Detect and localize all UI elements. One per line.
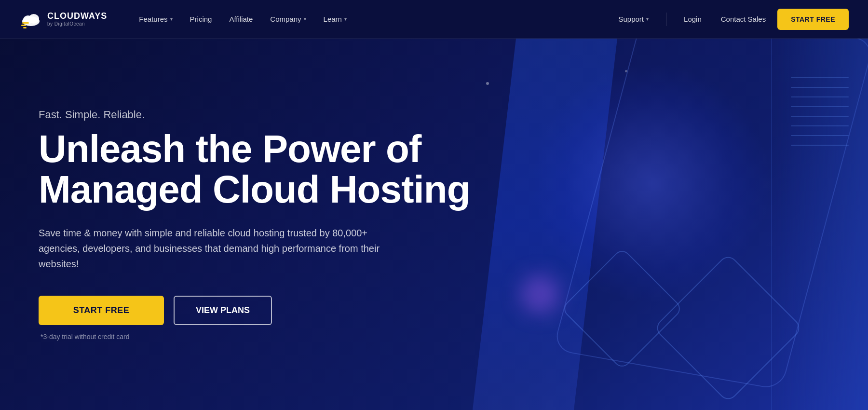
nav-company-label: Company <box>270 15 301 23</box>
hero-title: Unleash the Power ofManaged Cloud Hostin… <box>39 129 470 210</box>
rack-line <box>791 106 849 107</box>
hero-trial-note: *3-day trial without credit card <box>41 333 470 341</box>
rack-lines <box>791 77 849 146</box>
rack-line <box>791 125 849 126</box>
nav-divider <box>666 13 666 26</box>
logo-sub: by DigitalOcean <box>47 21 107 27</box>
hero-start-free-button[interactable]: START FREE <box>39 296 164 325</box>
logo-name: CLOUDWAYS <box>47 12 107 21</box>
chevron-down-icon: ▾ <box>646 16 649 22</box>
nav-affiliate-label: Affiliate <box>229 15 253 23</box>
nav-login-label: Login <box>684 15 702 23</box>
svg-rect-3 <box>22 22 29 24</box>
hero-description: Save time & money with simple and reliab… <box>39 225 405 272</box>
nav-item-pricing[interactable]: Pricing <box>182 11 220 27</box>
svg-rect-4 <box>21 25 26 26</box>
nav-right: Support ▾ Login Contact Sales START FREE <box>611 9 849 30</box>
decorative-dot-1 <box>486 82 489 85</box>
rack-line <box>791 116 849 117</box>
decorative-hex-1 <box>653 253 803 403</box>
rack-line <box>791 135 849 136</box>
nav-item-contact-sales[interactable]: Contact Sales <box>713 11 773 27</box>
nav-pricing-label: Pricing <box>190 15 212 23</box>
nav-item-learn[interactable]: Learn ▾ <box>316 11 354 27</box>
decorative-dot-2 <box>625 70 627 72</box>
svg-point-2 <box>28 14 39 24</box>
nav-item-features[interactable]: Features ▾ <box>131 11 180 27</box>
hero-view-plans-button[interactable]: VIEW PLANS <box>174 296 272 325</box>
decorative-blue-column <box>473 39 617 410</box>
nav-links: Features ▾ Pricing Affiliate Company ▾ L… <box>131 11 610 27</box>
hero-buttons: START FREE VIEW PLANS <box>39 296 470 325</box>
hero-tagline: Fast. Simple. Reliable. <box>39 109 470 121</box>
hero-title-text: Unleash the Power ofManaged Cloud Hostin… <box>39 127 470 211</box>
nav-support-label: Support <box>619 15 644 23</box>
rack-line <box>791 77 849 78</box>
nav-features-label: Features <box>139 15 167 23</box>
nav-item-company[interactable]: Company ▾ <box>262 11 313 27</box>
hero-section: Fast. Simple. Reliable. Unleash the Powe… <box>0 39 868 410</box>
navbar: CLOUDWAYS by DigitalOcean Features ▾ Pri… <box>0 0 868 39</box>
nav-learn-label: Learn <box>324 15 342 23</box>
cloudways-logo-icon <box>19 8 42 31</box>
decorative-purple-accent <box>521 275 559 314</box>
nav-start-free-button[interactable]: START FREE <box>777 9 849 30</box>
hero-content: Fast. Simple. Reliable. Unleash the Powe… <box>39 109 470 341</box>
rack-line <box>791 87 849 88</box>
logo[interactable]: CLOUDWAYS by DigitalOcean <box>19 8 107 31</box>
nav-item-login[interactable]: Login <box>676 11 709 27</box>
decorative-device-outline <box>553 39 868 390</box>
decorative-hex-2 <box>561 247 684 370</box>
nav-item-support[interactable]: Support ▾ <box>611 11 657 27</box>
chevron-down-icon: ▾ <box>170 16 173 22</box>
nav-contact-label: Contact Sales <box>721 15 766 23</box>
rack-line <box>791 145 849 146</box>
chevron-down-icon: ▾ <box>344 16 347 22</box>
chevron-down-icon: ▾ <box>304 16 306 22</box>
decorative-glow-sphere <box>530 63 772 304</box>
rack-line <box>791 96 849 97</box>
decorative-server-rack <box>772 39 868 410</box>
nav-item-affiliate[interactable]: Affiliate <box>221 11 260 27</box>
svg-rect-5 <box>23 27 27 28</box>
